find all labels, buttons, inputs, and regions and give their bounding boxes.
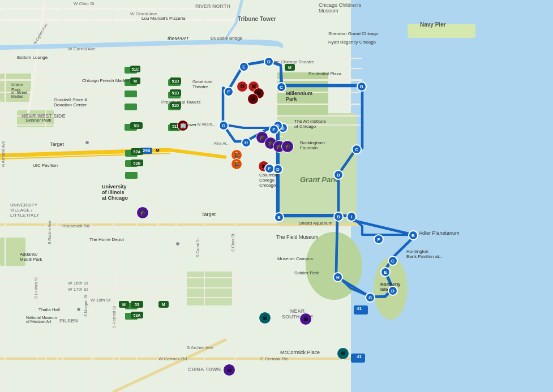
i41-marker-south: 41 bbox=[354, 354, 364, 360]
svg-rect-17 bbox=[0, 68, 362, 69]
transit-51c2: M bbox=[130, 77, 140, 84]
waypoint-h1: H bbox=[241, 137, 251, 148]
dot-homedepot bbox=[175, 242, 180, 246]
map-container[interactable]: RIVER NORTH Tribune Tower Chicago Childr… bbox=[0, 0, 553, 392]
svg-rect-25 bbox=[0, 223, 362, 226]
waypoint-f3: F bbox=[374, 234, 384, 244]
svg-rect-28 bbox=[0, 297, 283, 298]
svg-rect-44 bbox=[37, 226, 38, 392]
transit-m3: M bbox=[158, 301, 169, 308]
svg-rect-35 bbox=[113, 0, 114, 392]
dot-thalia bbox=[76, 307, 81, 312]
transit-51d2: 51D bbox=[170, 89, 181, 96]
waypoint-c1: C bbox=[276, 82, 286, 92]
svg-rect-19 bbox=[0, 92, 362, 93]
svg-rect-33 bbox=[62, 0, 63, 392]
waypoint-d1: D bbox=[264, 57, 274, 67]
svg-rect-32 bbox=[45, 0, 46, 392]
svg-rect-52 bbox=[125, 91, 137, 97]
svg-rect-6 bbox=[277, 72, 328, 115]
i41-marker-north: 41 bbox=[354, 305, 364, 312]
svg-point-7 bbox=[306, 232, 362, 300]
marker-theater2[interactable]: 🏛 bbox=[247, 93, 259, 105]
svg-rect-36 bbox=[136, 0, 137, 392]
transit-51i: 51I bbox=[130, 122, 143, 129]
svg-rect-43 bbox=[57, 170, 58, 392]
marker-purple1[interactable]: 🏛 bbox=[223, 364, 235, 376]
map-background bbox=[0, 0, 553, 392]
svg-rect-41 bbox=[119, 226, 120, 392]
dot-target bbox=[85, 140, 89, 145]
transit-51d3: 51D bbox=[170, 102, 181, 109]
i290-label: M bbox=[156, 148, 160, 153]
svg-rect-26 bbox=[0, 277, 283, 278]
waypoint-e1: E bbox=[239, 62, 249, 72]
marker-purple2[interactable]: 🏛 bbox=[299, 313, 312, 325]
waypoint-i: I bbox=[346, 212, 357, 222]
waypoint-g2: G bbox=[365, 292, 375, 303]
marker-teal1[interactable]: 🏛 bbox=[259, 312, 271, 324]
waypoint-e2: E bbox=[269, 124, 279, 135]
marker-goodman1[interactable]: 🏛 bbox=[237, 81, 248, 92]
transit-m-loop: M bbox=[285, 64, 295, 71]
svg-rect-21 bbox=[0, 115, 362, 117]
svg-rect-63 bbox=[125, 172, 138, 179]
waypoint-f1: F bbox=[224, 87, 234, 97]
svg-rect-16 bbox=[0, 58, 362, 59]
transit-51c: 51C bbox=[130, 66, 140, 72]
waypoint-c2: C bbox=[351, 144, 362, 154]
svg-rect-53 bbox=[125, 104, 137, 110]
svg-marker-4 bbox=[354, 0, 553, 392]
waypoint-b4: B bbox=[333, 212, 344, 222]
waypoint-b3: B bbox=[333, 170, 344, 180]
marker-teal2[interactable]: 🏛 bbox=[337, 347, 349, 360]
marker-edu4[interactable]: 🎓 bbox=[281, 140, 294, 153]
transit-m2: M bbox=[119, 301, 129, 308]
svg-rect-12 bbox=[0, 238, 25, 266]
waypoint-h2: H bbox=[333, 272, 343, 282]
transit-53a: 53A bbox=[131, 312, 143, 318]
svg-rect-38 bbox=[175, 0, 177, 392]
waypoint-e4: E bbox=[380, 267, 391, 277]
waypoint-f2: F bbox=[264, 163, 275, 174]
svg-rect-23 bbox=[0, 136, 283, 137]
marker-willis[interactable]: 🏢 bbox=[177, 120, 188, 131]
svg-rect-37 bbox=[157, 0, 158, 392]
svg-rect-40 bbox=[235, 0, 236, 392]
svg-rect-42 bbox=[93, 226, 95, 392]
svg-rect-27 bbox=[0, 287, 283, 288]
waypoint-d4: D bbox=[388, 286, 398, 296]
marker-train2[interactable]: 🚂 bbox=[231, 158, 242, 170]
transit-52a: 52A bbox=[131, 148, 143, 155]
transit-53: 53 bbox=[131, 301, 143, 308]
svg-rect-34 bbox=[91, 0, 92, 392]
svg-rect-20 bbox=[0, 104, 362, 105]
marker-edu-uic[interactable]: 🎓 bbox=[136, 206, 149, 219]
svg-rect-66 bbox=[408, 24, 475, 38]
waypoint-c3: C bbox=[388, 256, 398, 266]
svg-rect-5 bbox=[277, 113, 357, 226]
svg-rect-18 bbox=[0, 79, 362, 81]
transit-51d: 51D bbox=[170, 77, 181, 84]
waypoint-b5: B bbox=[408, 230, 418, 240]
waypoint-b1: B bbox=[357, 81, 367, 92]
svg-rect-31 bbox=[5, 0, 6, 392]
transit-52b: 52B bbox=[131, 160, 143, 166]
waypoint-e3: E bbox=[274, 212, 284, 222]
waypoint-g1: G bbox=[218, 120, 229, 131]
svg-rect-39 bbox=[204, 0, 205, 392]
